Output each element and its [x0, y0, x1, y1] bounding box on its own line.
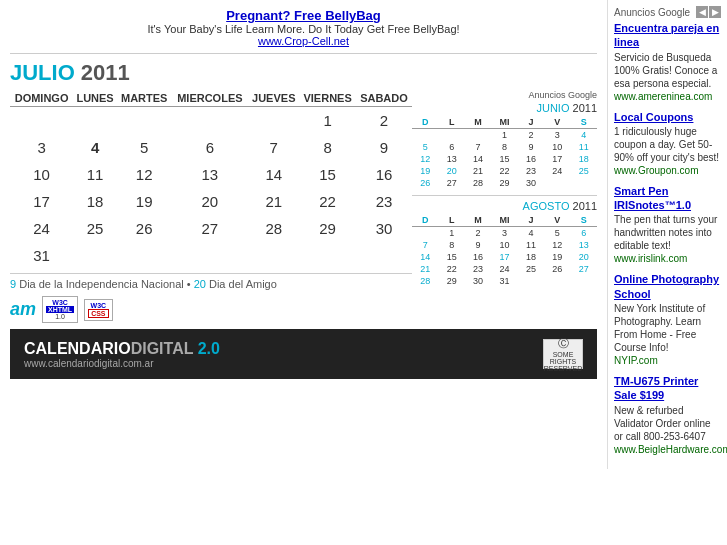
- day-cell[interactable]: 15: [299, 161, 356, 188]
- ad-title-3[interactable]: Smart Pen IRISnotes™1.0: [614, 184, 721, 213]
- day-cell[interactable]: 22: [299, 188, 356, 215]
- day-cell[interactable]: 28: [412, 275, 438, 287]
- ad-link-3[interactable]: www.irislink.com: [614, 253, 721, 264]
- day-cell[interactable]: 6: [171, 134, 248, 161]
- day-cell[interactable]: 1: [438, 227, 464, 240]
- day-cell[interactable]: 19: [544, 251, 570, 263]
- next-arrow[interactable]: ▶: [709, 6, 721, 18]
- day-cell[interactable]: 28: [465, 177, 491, 189]
- day-cell[interactable]: 11: [571, 141, 597, 153]
- day-cell[interactable]: 29: [438, 275, 464, 287]
- day-cell[interactable]: 27: [438, 177, 464, 189]
- day-cell[interactable]: [571, 177, 597, 189]
- day-cell[interactable]: 12: [117, 161, 172, 188]
- day-cell[interactable]: 11: [73, 161, 117, 188]
- day-cell[interactable]: 30: [465, 275, 491, 287]
- day-cell[interactable]: 3: [491, 227, 517, 240]
- day-cell[interactable]: 20: [438, 165, 464, 177]
- day-cell[interactable]: 24: [10, 215, 73, 242]
- prev-arrow[interactable]: ◀: [696, 6, 708, 18]
- day-cell[interactable]: 15: [491, 153, 517, 165]
- day-cell[interactable]: 18: [518, 251, 544, 263]
- day-cell[interactable]: [438, 129, 464, 142]
- day-cell[interactable]: 19: [117, 188, 172, 215]
- day-cell[interactable]: 31: [10, 242, 73, 269]
- day-cell[interactable]: 4: [571, 129, 597, 142]
- ad-link-2[interactable]: www.Groupon.com: [614, 165, 721, 176]
- day-cell[interactable]: 13: [171, 161, 248, 188]
- day-cell[interactable]: 23: [518, 165, 544, 177]
- day-cell[interactable]: 17: [10, 188, 73, 215]
- day-cell[interactable]: 10: [544, 141, 570, 153]
- ad-link-5[interactable]: www.BeigleHardware.com: [614, 444, 721, 455]
- day-cell[interactable]: 8: [299, 134, 356, 161]
- day-cell[interactable]: [544, 275, 570, 287]
- day-cell[interactable]: 4: [73, 134, 117, 161]
- day-cell[interactable]: 23: [356, 188, 412, 215]
- css-badge[interactable]: W3C CSS: [84, 299, 112, 321]
- day-cell[interactable]: [10, 107, 73, 135]
- day-cell[interactable]: 7: [412, 239, 438, 251]
- day-cell[interactable]: 16: [518, 153, 544, 165]
- day-cell[interactable]: 5: [412, 141, 438, 153]
- day-cell[interactable]: 9: [465, 239, 491, 251]
- day-cell[interactable]: 2: [465, 227, 491, 240]
- creative-commons-badge[interactable]: Ⓒ SOME RIGHTS RESERVED: [543, 339, 583, 369]
- day-cell[interactable]: 26: [544, 263, 570, 275]
- day-cell[interactable]: 14: [465, 153, 491, 165]
- day-cell[interactable]: 1: [491, 129, 517, 142]
- ad-title-5[interactable]: TM-U675 Printer Sale $199: [614, 374, 721, 403]
- day-cell[interactable]: 30: [356, 215, 412, 242]
- day-cell[interactable]: 6: [571, 227, 597, 240]
- day-cell[interactable]: 29: [491, 177, 517, 189]
- ad-title-1[interactable]: Encuentra pareja en linea: [614, 21, 721, 50]
- day-cell[interactable]: [171, 107, 248, 135]
- day-cell[interactable]: 21: [465, 165, 491, 177]
- day-cell[interactable]: [171, 242, 248, 269]
- day-cell[interactable]: 5: [117, 134, 172, 161]
- app-url[interactable]: www.calendariodigital.com.ar: [24, 358, 220, 369]
- day-cell[interactable]: [117, 107, 172, 135]
- day-cell[interactable]: 7: [465, 141, 491, 153]
- banner-link[interactable]: www.Crop-Cell.net: [10, 35, 597, 47]
- day-cell[interactable]: 26: [117, 215, 172, 242]
- day-cell[interactable]: 16: [356, 161, 412, 188]
- day-cell[interactable]: 27: [571, 263, 597, 275]
- ad-title-4[interactable]: Online Photography School: [614, 272, 721, 301]
- day-cell[interactable]: 17: [544, 153, 570, 165]
- day-cell[interactable]: 3: [544, 129, 570, 142]
- day-cell[interactable]: 12: [412, 153, 438, 165]
- day-cell[interactable]: 11: [518, 239, 544, 251]
- day-cell[interactable]: 31: [491, 275, 517, 287]
- day-cell[interactable]: [248, 107, 299, 135]
- day-cell[interactable]: 3: [10, 134, 73, 161]
- day-cell[interactable]: [299, 242, 356, 269]
- day-cell[interactable]: 5: [544, 227, 570, 240]
- day-cell[interactable]: 18: [73, 188, 117, 215]
- day-cell[interactable]: [518, 275, 544, 287]
- day-cell[interactable]: 23: [465, 263, 491, 275]
- xhtml-badge[interactable]: W3C XHTML 1.0: [42, 296, 78, 323]
- day-cell[interactable]: [73, 242, 117, 269]
- day-cell[interactable]: 14: [248, 161, 299, 188]
- day-cell[interactable]: 9: [518, 141, 544, 153]
- day-cell[interactable]: 4: [518, 227, 544, 240]
- banner-title[interactable]: Pregnant? Free BellyBag: [10, 8, 597, 23]
- day-cell[interactable]: 30: [518, 177, 544, 189]
- day-cell[interactable]: [412, 227, 438, 240]
- day-cell[interactable]: [571, 275, 597, 287]
- day-cell[interactable]: 8: [438, 239, 464, 251]
- day-cell[interactable]: [412, 129, 438, 142]
- day-cell[interactable]: 7: [248, 134, 299, 161]
- day-cell[interactable]: 16: [465, 251, 491, 263]
- day-cell[interactable]: 28: [248, 215, 299, 242]
- day-cell[interactable]: 15: [438, 251, 464, 263]
- day-cell[interactable]: 22: [491, 165, 517, 177]
- day-cell[interactable]: [248, 242, 299, 269]
- day-cell[interactable]: [544, 177, 570, 189]
- day-cell[interactable]: 19: [412, 165, 438, 177]
- day-cell[interactable]: 18: [571, 153, 597, 165]
- day-cell[interactable]: 8: [491, 141, 517, 153]
- day-cell[interactable]: [73, 107, 117, 135]
- day-cell[interactable]: 22: [438, 263, 464, 275]
